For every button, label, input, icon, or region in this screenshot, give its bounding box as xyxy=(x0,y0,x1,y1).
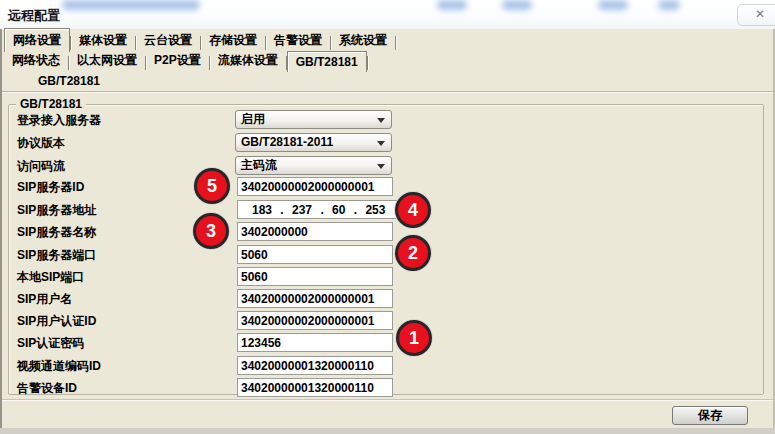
field-input-11[interactable] xyxy=(237,356,393,375)
annotation-badge-1: 1 xyxy=(396,320,432,356)
field-input-6[interactable] xyxy=(237,245,393,264)
form-row: SIP用户名 xyxy=(0,289,775,308)
form-row: SIP服务器名称 xyxy=(0,222,775,241)
footer-divider xyxy=(0,399,775,400)
titlebar-blur-decoration xyxy=(62,0,200,10)
field-label: SIP用户认证ID xyxy=(17,313,96,330)
field-label: SIP认证密码 xyxy=(17,335,84,352)
annotation-badge-3: 3 xyxy=(193,213,229,249)
field-label: SIP用户名 xyxy=(17,291,72,308)
tab-separator xyxy=(395,36,396,50)
remote-config-dialog: 远程配置 ✕ 网络设置媒体设置云台设置存储设置告警设置系统设置 网络状态以太网设… xyxy=(0,0,775,434)
window-title: 远程配置 xyxy=(8,7,60,25)
tab-network-0[interactable]: 网络状态 xyxy=(4,49,68,72)
field-label: 协议版本 xyxy=(17,135,65,152)
tab-network-2[interactable]: P2P设置 xyxy=(146,49,209,72)
field-label: 登录接入服务器 xyxy=(17,112,101,129)
titlebar-blur-decoration xyxy=(502,0,532,10)
field-input-3[interactable] xyxy=(237,177,393,196)
form-row: SIP服务器端口 xyxy=(0,245,775,264)
field-label: SIP服务器名称 xyxy=(17,224,96,241)
tab-bar-network: 网络状态以太网设置P2P设置流媒体设置GB/T28181 xyxy=(4,53,368,72)
dropdown-0[interactable]: 启用 xyxy=(235,110,392,129)
field-input-10[interactable] xyxy=(237,333,393,352)
chevron-down-icon xyxy=(377,141,385,146)
form-row: 视频通道编码ID xyxy=(0,356,775,375)
form-row: SIP服务器ID xyxy=(0,177,775,196)
window-border-bottom xyxy=(0,428,775,434)
field-label: 本地SIP端口 xyxy=(17,269,84,286)
annotation-badge-2: 2 xyxy=(395,235,431,271)
tab-separator xyxy=(367,56,368,70)
field-input-7[interactable] xyxy=(237,267,393,286)
annotation-badge-5: 5 xyxy=(194,168,230,204)
field-label: SIP服务器端口 xyxy=(17,247,96,264)
titlebar-blur-decoration xyxy=(437,0,467,10)
tab-main-5[interactable]: 系统设置 xyxy=(331,29,395,52)
field-label: 告警设备ID xyxy=(17,380,77,397)
field-input-8[interactable] xyxy=(237,289,393,308)
chevron-down-icon xyxy=(377,118,385,123)
field-input-12[interactable] xyxy=(237,378,393,397)
close-icon: ✕ xyxy=(755,7,765,21)
annotation-badge-4: 4 xyxy=(395,192,431,228)
form-row: 告警设备ID xyxy=(0,378,775,397)
form-row: 登录接入服务器启用 xyxy=(0,110,775,129)
sub-tab-gbt28181[interactable]: GB/T28181 xyxy=(38,74,100,88)
field-label: SIP服务器ID xyxy=(17,179,84,196)
groupbox-legend: GB/T28181 xyxy=(16,97,86,111)
titlebar-blur-decoration xyxy=(598,0,628,10)
field-input-9[interactable] xyxy=(237,311,393,330)
chevron-down-icon xyxy=(377,164,385,169)
form-row: SIP认证密码 xyxy=(0,333,775,352)
field-label: SIP服务器地址 xyxy=(17,202,96,219)
tab-page-divider xyxy=(0,91,775,92)
titlebar-blur-decoration xyxy=(658,0,680,10)
tab-network-4[interactable]: GB/T28181 xyxy=(287,51,367,72)
close-button[interactable]: ✕ xyxy=(737,4,775,26)
field-label: 访问码流 xyxy=(17,158,65,175)
dropdown-1[interactable]: GB/T28181-2011 xyxy=(235,133,392,152)
field-input-5[interactable] xyxy=(237,222,393,241)
form-row: SIP服务器地址 xyxy=(0,200,775,219)
form-row: 协议版本GB/T28181-2011 xyxy=(0,133,775,152)
tab-network-3[interactable]: 流媒体设置 xyxy=(210,49,286,72)
form-row: 访问码流主码流 xyxy=(0,156,775,175)
field-label: 视频通道编码ID xyxy=(17,358,101,375)
titlebar: 远程配置 ✕ xyxy=(0,0,775,29)
form-row: SIP用户认证ID xyxy=(0,311,775,330)
tab-network-1[interactable]: 以太网设置 xyxy=(69,49,145,72)
field-input-4[interactable] xyxy=(237,200,404,219)
save-button[interactable]: 保存 xyxy=(672,406,748,425)
form-row: 本地SIP端口 xyxy=(0,267,775,286)
window-border-left xyxy=(0,29,2,428)
dropdown-2[interactable]: 主码流 xyxy=(235,156,392,175)
